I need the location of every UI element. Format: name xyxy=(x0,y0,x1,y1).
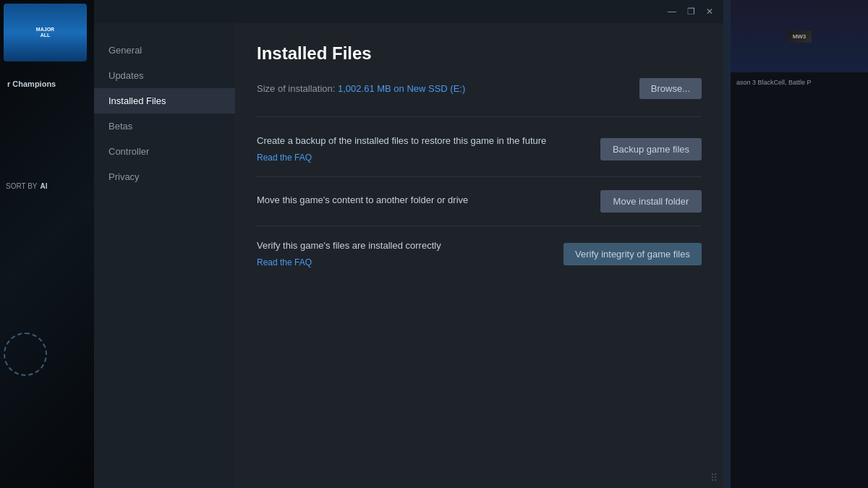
install-size-text: Size of installation: 1,002.61 MB on New… xyxy=(257,83,465,94)
minimize-button[interactable]: — xyxy=(665,5,678,18)
sort-area: SORT BY Al xyxy=(0,179,94,193)
move-description: Move this game's content to another fold… xyxy=(257,194,586,207)
sidebar-item-controller[interactable]: Controller xyxy=(94,139,235,164)
backup-button[interactable]: Backup game files xyxy=(600,138,702,160)
move-row: Move this game's content to another fold… xyxy=(257,177,702,226)
sort-label: SORT BY xyxy=(6,182,38,190)
sidebar-nav: General Updates Installed Files Betas Co… xyxy=(94,23,235,488)
verify-faq-link[interactable]: Read the FAQ xyxy=(257,257,312,267)
close-button[interactable]: ✕ xyxy=(703,5,716,18)
verify-row: Verify this game's files are installed c… xyxy=(257,226,702,281)
sidebar-item-privacy[interactable]: Privacy xyxy=(94,164,235,189)
install-size-link[interactable]: 1,002.61 MB on New SSD (E:) xyxy=(338,83,465,94)
backup-info: Create a backup of the installed files t… xyxy=(257,134,586,163)
backup-faq-link[interactable]: Read the FAQ xyxy=(257,153,312,163)
sidebar-item-betas[interactable]: Betas xyxy=(94,114,235,139)
main-content: Installed Files Size of installation: 1,… xyxy=(235,23,723,488)
install-size-row: Size of installation: 1,002.61 MB on New… xyxy=(257,78,702,99)
sidebar-item-general[interactable]: General xyxy=(94,38,235,63)
left-background: MAJORALL r Champions SORT BY Al xyxy=(0,0,94,488)
maximize-button[interactable]: ❐ xyxy=(684,5,697,18)
sort-value: Al xyxy=(41,182,48,190)
right-background: MW3 ason 3 BlackCell, Battle P xyxy=(731,0,868,488)
sidebar-item-installed-files[interactable]: Installed Files xyxy=(94,88,235,114)
verify-info: Verify this game's files are installed c… xyxy=(257,239,549,268)
verify-description: Verify this game's files are installed c… xyxy=(257,239,549,252)
mw3-badge: MW3 xyxy=(787,30,812,43)
dialog-body: General Updates Installed Files Betas Co… xyxy=(94,23,723,488)
page-title: Installed Files xyxy=(257,43,702,64)
backup-description: Create a backup of the installed files t… xyxy=(257,134,586,147)
game-title-left: r Champions xyxy=(7,80,56,88)
spinner-circle xyxy=(4,333,47,376)
titlebar: — ❐ ✕ xyxy=(94,0,723,23)
right-preview-top: MW3 xyxy=(731,0,868,72)
resize-handle[interactable]: ⠿ xyxy=(710,472,718,484)
season-text: ason 3 BlackCell, Battle P xyxy=(731,72,868,93)
move-info: Move this game's content to another fold… xyxy=(257,194,586,210)
logo-text: MAJORALL xyxy=(36,27,54,39)
dialog-window: — ❐ ✕ General Updates Installed Files Be… xyxy=(94,0,723,488)
move-button[interactable]: Move install folder xyxy=(600,190,702,213)
browse-button[interactable]: Browse... xyxy=(639,78,702,99)
verify-button[interactable]: Verify integrity of game files xyxy=(563,243,702,265)
backup-row: Create a backup of the installed files t… xyxy=(257,121,702,177)
logo-area: MAJORALL xyxy=(4,4,87,61)
divider-top xyxy=(257,116,702,117)
spinner-area xyxy=(4,333,83,376)
sidebar-item-updates[interactable]: Updates xyxy=(94,63,235,88)
